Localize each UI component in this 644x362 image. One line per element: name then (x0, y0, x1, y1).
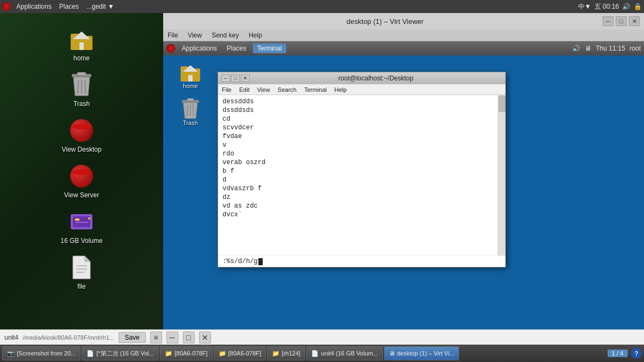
virt-viewer-window: desktop (1) – Virt Viewer ─ □ ✕ File Vie… (163, 13, 644, 362)
terminal-title: root@localhost:~/Desktop (250, 74, 502, 82)
terminal-line: dvcx` (222, 210, 493, 219)
terminal-minimize-btn[interactable]: ─ (221, 74, 230, 82)
page-indicator: 1 / 4 (608, 349, 628, 357)
taskbar-desktop-virt-label: desktop (1) – Virt Vi... (397, 350, 454, 357)
svg-rect-22 (187, 98, 194, 101)
volume-icon: 🔊 (622, 3, 630, 10)
terminal-line: d (222, 176, 493, 184)
vm-taskbar: Applications Places Terminal 🔊 🖥 Thu 11:… (163, 41, 644, 55)
vm-icon-trash[interactable]: Trash (169, 96, 212, 128)
svg-rect-12 (75, 222, 88, 223)
clock: 五 00:16 (595, 2, 619, 11)
svg-rect-20 (188, 75, 193, 82)
unit4-menu-btn[interactable]: ≡ (150, 332, 162, 344)
vm-icon-home[interactable]: home (169, 61, 212, 91)
virt-menu-sendkey[interactable]: Send key (209, 32, 241, 39)
terminal-line: dessddds (222, 97, 493, 106)
vm-clock: Thu 11:15 (596, 45, 625, 52)
vm-terminal-tab[interactable]: Terminal (253, 43, 286, 53)
virt-menu-file[interactable]: File (165, 32, 180, 39)
terminal-menu-file[interactable]: File (220, 86, 233, 93)
terminal-menu-edit[interactable]: Edit (238, 86, 251, 93)
svg-line-25 (193, 105, 194, 116)
terminal-line: vdvaszrb f (222, 184, 493, 193)
view-server-label: View Server (64, 191, 99, 199)
virt-menu-view[interactable]: View (185, 32, 204, 39)
gedit-menu[interactable]: ...gedit ▼ (84, 3, 116, 10)
terminal-menu-terminal[interactable]: Terminal (302, 86, 329, 93)
vm-redhat-icon (166, 44, 175, 53)
language-indicator: 中▼ (578, 2, 591, 11)
terminal-maximize-btn[interactable]: □ (231, 74, 240, 82)
virt-title-text: desktop (1) – Virt Viewer (168, 17, 603, 26)
terminal-line: dz (222, 193, 493, 202)
taskbar-second[interactable]: 📄 [*第二次 (16 GB Vol... (82, 346, 159, 360)
screenshot-icon: 📷 (7, 350, 15, 357)
terminal-window: ─ □ ✕ root@localhost:~/Desktop File Edit… (218, 72, 506, 267)
terminal-line: dssddsds (222, 106, 493, 115)
unit4-title: unit4 (4, 334, 18, 341)
trash-icon-label: Trash (73, 100, 90, 108)
taskbar-80a6-1[interactable]: 📁 [80A6-078F] (160, 346, 213, 360)
terminal-line: fvdae (222, 132, 493, 141)
desktop-panel: home Trash (0, 13, 163, 362)
view-desktop-label: View Desktop (61, 146, 101, 153)
vm-network-icon: 🖥 (585, 45, 591, 52)
terminal-line: cd (222, 115, 493, 123)
desktop-icon-home[interactable]: home (57, 24, 106, 64)
desktop-icon-view-server[interactable]: View Server (57, 161, 106, 201)
unit4-path: /media/kiosk/80A6-078F/mnt/rh1... (23, 334, 114, 341)
terminal-menu-search[interactable]: Search (276, 86, 298, 93)
vm-user: root (629, 45, 641, 52)
unit4-maximize-btn[interactable]: □ (183, 332, 195, 344)
vm-home-label: home (183, 83, 198, 89)
desktop-icon-view-desktop[interactable]: View Desktop (57, 115, 106, 155)
desktop-icon-file[interactable]: file (57, 252, 106, 292)
terminal-menubar: File Edit View Search Terminal Help (218, 84, 505, 95)
unit4-close-btn[interactable]: ✕ (199, 332, 211, 344)
taskbar-80a6-2[interactable]: 📁 [80A6-078F] (214, 346, 267, 360)
terminal-text[interactable]: dessdddsdssddsdscdscvvdcerfvdaevrdoverab… (218, 95, 498, 255)
second-icon: 📄 (86, 350, 94, 357)
terminal-menu-help[interactable]: Help (333, 86, 349, 93)
desktop-icon-16gb[interactable]: 16 GB Volume (57, 207, 106, 247)
vm-places[interactable]: Places (224, 43, 250, 53)
desktop-icon-trash[interactable]: Trash (57, 70, 106, 110)
unit4-minimize-btn[interactable]: ─ (166, 332, 178, 344)
terminal-scrollbar-thumb[interactable] (499, 96, 505, 112)
terminal-line: b f (222, 167, 493, 176)
terminal-line: verab oszrd (222, 158, 493, 167)
virt-minimize-btn[interactable]: ─ (603, 16, 614, 26)
unit4-vol-icon: 📄 (311, 350, 319, 357)
terminal-prompt-bar[interactable]: :%s/d/h/g (218, 255, 505, 267)
80a6-2-icon: 📁 (219, 350, 226, 357)
svg-line-23 (187, 105, 188, 116)
help-indicator[interactable]: ? (631, 348, 642, 359)
lock-icon: 🔒 (634, 3, 642, 10)
places-menu[interactable]: Places (57, 3, 81, 10)
taskbar-screenshot[interactable]: 📷 [Screenshot from 20... (2, 346, 81, 360)
taskbar-unit4-vol[interactable]: 📄 unit4 (16 GB Volum... (306, 346, 383, 360)
virt-maximize-btn[interactable]: □ (616, 16, 627, 26)
rh124-icon: 📁 (272, 350, 280, 357)
taskbar-desktop-virt[interactable]: 🖥 desktop (1) – Virt Vi... (384, 346, 459, 360)
terminal-body[interactable]: dessdddsdssddsdscdscvvdcerfvdaevrdoverab… (218, 95, 505, 255)
taskbar-rh124[interactable]: 📁 [rh124] (267, 346, 305, 360)
virt-titlebar: desktop (1) – Virt Viewer ─ □ ✕ (163, 13, 644, 29)
svg-line-8 (85, 80, 85, 93)
terminal-scrollbar[interactable] (498, 95, 505, 255)
terminal-close-btn[interactable]: ✕ (241, 74, 250, 82)
16gb-label: 16 GB Volume (60, 237, 102, 245)
taskbar-80a6-1-label: [80A6-078F] (175, 350, 208, 357)
unit4-save-btn[interactable]: Save (119, 332, 145, 343)
applications-menu[interactable]: Applications (14, 3, 54, 10)
virt-menubar: File View Send key Help (163, 29, 644, 41)
virt-menu-help[interactable]: Help (246, 32, 264, 39)
virt-close-btn[interactable]: ✕ (629, 16, 640, 26)
terminal-titlebar: ─ □ ✕ root@localhost:~/Desktop (218, 72, 505, 84)
terminal-menu-view[interactable]: View (256, 86, 272, 93)
svg-line-6 (78, 80, 78, 93)
taskbar-rh124-label: [rh124] (282, 350, 300, 357)
taskbar-right-indicators: 1 / 4 ? (608, 348, 642, 359)
vm-applications[interactable]: Applications (178, 43, 220, 53)
